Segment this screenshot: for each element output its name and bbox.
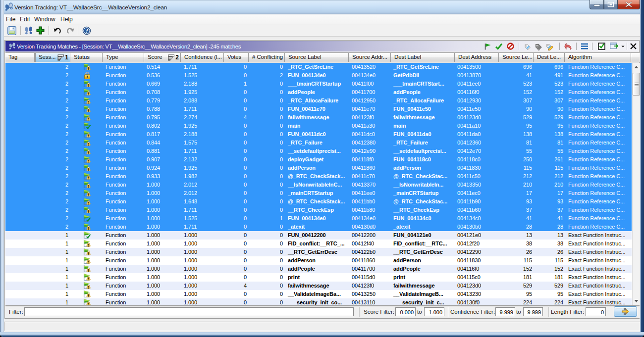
svg-text:?: ? bbox=[85, 28, 88, 34]
